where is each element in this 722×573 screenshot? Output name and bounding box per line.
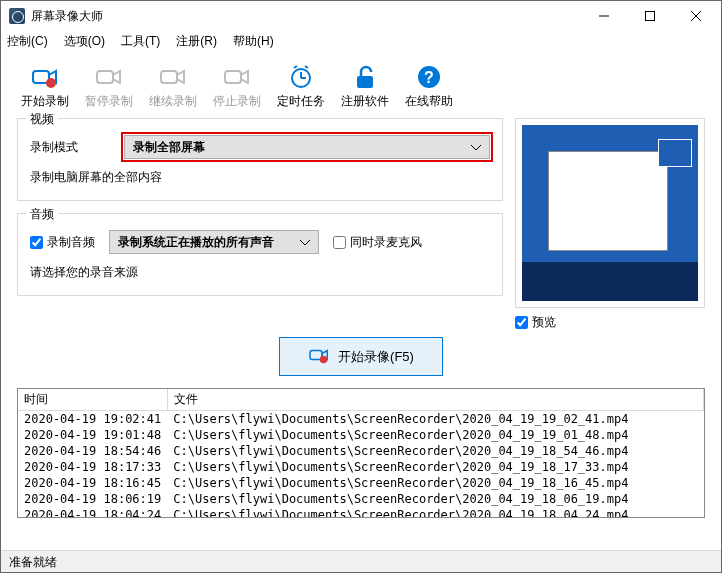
audio-source-select[interactable]: 录制系统正在播放的所有声音 bbox=[109, 230, 319, 254]
start-recording-label: 开始录像(F5) bbox=[338, 348, 414, 366]
cell-file: C:\Users\flywi\Documents\ScreenRecorder\… bbox=[167, 443, 703, 459]
maximize-button[interactable] bbox=[627, 1, 673, 31]
statusbar: 准备就绪 bbox=[1, 550, 721, 572]
record-mode-value: 录制全部屏幕 bbox=[133, 139, 205, 156]
preview-box bbox=[515, 118, 705, 308]
start-recording-button[interactable]: 开始录像(F5) bbox=[279, 337, 443, 376]
camera-record-icon bbox=[308, 346, 330, 367]
svg-point-5 bbox=[46, 78, 56, 88]
svg-text:?: ? bbox=[424, 69, 434, 86]
record-mic-label: 同时录麦克风 bbox=[350, 234, 422, 251]
tool-stop-record: 停止录制 bbox=[209, 61, 265, 112]
svg-rect-6 bbox=[97, 71, 113, 83]
table-row[interactable]: 2020-04-19 19:02:41C:\Users\flywi\Docume… bbox=[18, 411, 704, 428]
col-time[interactable]: 时间 bbox=[18, 389, 167, 411]
tool-register[interactable]: 注册软件 bbox=[337, 61, 393, 112]
preview-checkbox[interactable]: 预览 bbox=[515, 314, 705, 331]
cell-time: 2020-04-19 18:04:24 bbox=[18, 507, 167, 518]
tool-resume-label: 继续录制 bbox=[149, 93, 197, 110]
tool-schedule-label: 定时任务 bbox=[277, 93, 325, 110]
record-mic-input[interactable] bbox=[333, 236, 346, 249]
tool-stop-label: 停止录制 bbox=[213, 93, 261, 110]
close-button[interactable] bbox=[673, 1, 719, 31]
cell-time: 2020-04-19 19:01:48 bbox=[18, 427, 167, 443]
record-mode-select[interactable]: 录制全部屏幕 bbox=[124, 135, 490, 159]
cell-file: C:\Users\flywi\Documents\ScreenRecorder\… bbox=[167, 411, 703, 428]
video-group: 视频 录制模式 录制全部屏幕 录制电脑屏幕的全部内容 bbox=[17, 118, 503, 201]
svg-rect-8 bbox=[225, 71, 241, 83]
cell-time: 2020-04-19 18:06:19 bbox=[18, 491, 167, 507]
cell-file: C:\Users\flywi\Documents\ScreenRecorder\… bbox=[167, 427, 703, 443]
table-row[interactable]: 2020-04-19 18:17:33C:\Users\flywi\Docume… bbox=[18, 459, 704, 475]
help-icon: ? bbox=[415, 63, 443, 91]
titlebar: 屏幕录像大师 bbox=[1, 1, 721, 31]
cell-file: C:\Users\flywi\Documents\ScreenRecorder\… bbox=[167, 475, 703, 491]
video-legend: 视频 bbox=[26, 111, 58, 128]
camera-stop-icon bbox=[223, 63, 251, 91]
menu-help[interactable]: 帮助(H) bbox=[233, 33, 274, 50]
col-file[interactable]: 文件 bbox=[167, 389, 703, 411]
cell-file: C:\Users\flywi\Documents\ScreenRecorder\… bbox=[167, 491, 703, 507]
cell-time: 2020-04-19 19:02:41 bbox=[18, 411, 167, 428]
menu-register[interactable]: 注册(R) bbox=[176, 33, 217, 50]
clock-icon bbox=[287, 63, 315, 91]
tool-schedule[interactable]: 定时任务 bbox=[273, 61, 329, 112]
unlock-icon bbox=[351, 63, 379, 91]
menu-control[interactable]: 控制(C) bbox=[7, 33, 48, 50]
table-row[interactable]: 2020-04-19 18:04:24C:\Users\flywi\Docume… bbox=[18, 507, 704, 518]
tool-help-label: 在线帮助 bbox=[405, 93, 453, 110]
tool-online-help[interactable]: ? 在线帮助 bbox=[401, 61, 457, 112]
svg-rect-14 bbox=[357, 76, 373, 88]
preview-input[interactable] bbox=[515, 316, 528, 329]
camera-pause-icon bbox=[95, 63, 123, 91]
tool-register-label: 注册软件 bbox=[341, 93, 389, 110]
record-audio-label: 录制音频 bbox=[47, 234, 95, 251]
audio-source-value: 录制系统正在播放的所有声音 bbox=[118, 234, 274, 251]
audio-legend: 音频 bbox=[26, 206, 58, 223]
svg-line-13 bbox=[305, 66, 308, 68]
minimize-button[interactable] bbox=[581, 1, 627, 31]
record-audio-input[interactable] bbox=[30, 236, 43, 249]
record-audio-checkbox[interactable]: 录制音频 bbox=[30, 234, 95, 251]
chevron-down-icon bbox=[300, 235, 310, 249]
cell-time: 2020-04-19 18:16:45 bbox=[18, 475, 167, 491]
audio-group: 音频 录制音频 录制系统正在播放的所有声音 同时录麦克风 请选择您的录音来源 bbox=[17, 213, 503, 296]
record-mode-label: 录制模式 bbox=[30, 139, 110, 156]
cell-file: C:\Users\flywi\Documents\ScreenRecorder\… bbox=[167, 459, 703, 475]
menubar: 控制(C) 选项(O) 工具(T) 注册(R) 帮助(H) bbox=[1, 31, 721, 53]
camera-resume-icon bbox=[159, 63, 187, 91]
camera-record-icon bbox=[31, 63, 59, 91]
video-desc: 录制电脑屏幕的全部内容 bbox=[30, 169, 490, 186]
menu-tools[interactable]: 工具(T) bbox=[121, 33, 160, 50]
window-title: 屏幕录像大师 bbox=[31, 8, 581, 25]
recordings-table[interactable]: 时间 文件 2020-04-19 19:02:41C:\Users\flywi\… bbox=[17, 388, 705, 518]
table-row[interactable]: 2020-04-19 18:16:45C:\Users\flywi\Docume… bbox=[18, 475, 704, 491]
table-row[interactable]: 2020-04-19 19:01:48C:\Users\flywi\Docume… bbox=[18, 427, 704, 443]
svg-rect-7 bbox=[161, 71, 177, 83]
tool-start-record[interactable]: 开始录制 bbox=[17, 61, 73, 112]
cell-time: 2020-04-19 18:17:33 bbox=[18, 459, 167, 475]
preview-thumbnail bbox=[522, 125, 698, 301]
table-row[interactable]: 2020-04-19 18:54:46C:\Users\flywi\Docume… bbox=[18, 443, 704, 459]
tool-start-label: 开始录制 bbox=[21, 93, 69, 110]
svg-rect-1 bbox=[646, 12, 655, 21]
svg-point-18 bbox=[320, 356, 328, 364]
cell-file: C:\Users\flywi\Documents\ScreenRecorder\… bbox=[167, 507, 703, 518]
app-icon bbox=[9, 8, 25, 24]
toolbar: 开始录制 暂停录制 继续录制 停止录制 定时任务 注册软件 ? 在线帮助 bbox=[1, 53, 721, 118]
menu-options[interactable]: 选项(O) bbox=[64, 33, 105, 50]
svg-line-12 bbox=[294, 66, 297, 68]
chevron-down-icon bbox=[471, 140, 481, 154]
audio-desc: 请选择您的录音来源 bbox=[30, 264, 490, 281]
tool-resume-record: 继续录制 bbox=[145, 61, 201, 112]
record-mic-checkbox[interactable]: 同时录麦克风 bbox=[333, 234, 422, 251]
cell-time: 2020-04-19 18:54:46 bbox=[18, 443, 167, 459]
tool-pause-record: 暂停录制 bbox=[81, 61, 137, 112]
tool-pause-label: 暂停录制 bbox=[85, 93, 133, 110]
table-row[interactable]: 2020-04-19 18:06:19C:\Users\flywi\Docume… bbox=[18, 491, 704, 507]
preview-label: 预览 bbox=[532, 314, 556, 331]
